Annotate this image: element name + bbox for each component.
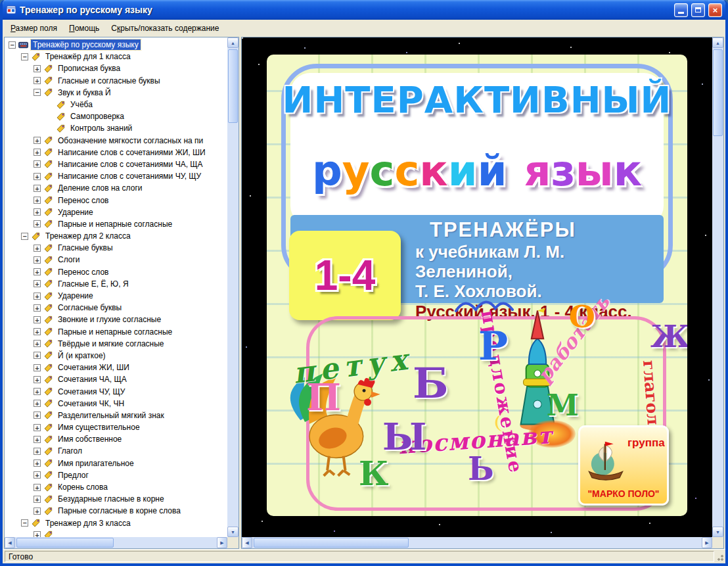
expand-icon[interactable]: + — [34, 388, 41, 395]
scroll-track[interactable] — [252, 537, 702, 548]
collapse-icon[interactable]: − — [9, 41, 16, 49]
tree-item[interactable]: +Деление слов на слоги — [6, 182, 227, 194]
menu-item-1[interactable]: Помощь — [63, 21, 105, 35]
collapse-icon[interactable]: − — [21, 519, 28, 527]
expand-icon[interactable]: + — [34, 137, 41, 144]
tree-item[interactable]: −Тренажёр для 1 класса — [6, 51, 227, 62]
tree-item[interactable]: +Разделительный мягкий знак — [6, 410, 227, 421]
expand-icon[interactable]: + — [34, 352, 41, 359]
tree-item[interactable]: +Имя собственное — [6, 433, 227, 445]
scroll-track[interactable] — [712, 48, 723, 527]
scroll-left-button[interactable]: ◀ — [5, 537, 15, 548]
expand-icon[interactable]: + — [34, 471, 41, 479]
expand-icon[interactable]: + — [34, 185, 41, 192]
expand-icon[interactable]: + — [34, 280, 41, 287]
tree-item[interactable]: +Ударение — [6, 206, 227, 218]
tree-vertical-scrollbar[interactable]: ▲ ▼ — [227, 37, 239, 537]
tree-item[interactable]: +Й (и краткое) — [6, 350, 227, 362]
expand-icon[interactable]: + — [34, 173, 41, 180]
tree-item[interactable]: +Корень слова — [6, 481, 227, 493]
tree-item[interactable]: +Гласные Е, Ё, Ю, Я — [6, 278, 227, 290]
scroll-up-button[interactable]: ▲ — [712, 37, 723, 48]
tree-item[interactable]: +Сочетания ЧА, ЩА — [6, 373, 227, 385]
tree-item[interactable]: +Имя прилагательное — [6, 458, 227, 469]
expand-icon[interactable]: + — [34, 293, 41, 300]
tree-item[interactable]: −Звук и буква Й — [6, 87, 227, 99]
maximize-button[interactable] — [691, 3, 705, 17]
minimize-button[interactable] — [674, 3, 688, 17]
scroll-track[interactable] — [227, 48, 239, 527]
tree-item[interactable]: +Парные и непарные согласные — [6, 326, 227, 338]
expand-icon[interactable]: + — [34, 424, 41, 431]
collapse-icon[interactable]: − — [21, 233, 28, 240]
expand-icon[interactable]: + — [34, 328, 41, 335]
tree-item[interactable]: Самопроверка — [6, 110, 227, 122]
tree-item[interactable]: +Слоги — [6, 254, 227, 266]
expand-icon[interactable]: + — [34, 316, 41, 323]
scroll-thumb[interactable] — [228, 49, 238, 123]
expand-icon[interactable]: + — [34, 245, 41, 252]
scroll-up-button[interactable]: ▲ — [227, 37, 239, 48]
tree-item[interactable]: +Глагол — [6, 445, 227, 457]
tree-item[interactable]: Контроль знаний — [6, 122, 227, 134]
tree-item[interactable]: −Тренажёр по русскому языку — [6, 39, 227, 51]
menu-item-0[interactable]: Размер поля — [5, 21, 63, 35]
expand-icon[interactable]: + — [34, 268, 41, 275]
tree-item[interactable]: + — [6, 529, 227, 537]
expand-icon[interactable]: + — [34, 436, 41, 443]
scroll-track[interactable] — [15, 537, 217, 548]
tree-item[interactable]: +Безударные гласные в корне — [6, 493, 227, 505]
collapse-icon[interactable]: − — [34, 89, 41, 96]
scroll-right-button[interactable]: ▶ — [702, 537, 712, 548]
viewer-vertical-scrollbar[interactable]: ▲ ▼ — [712, 37, 723, 537]
tree-item[interactable]: +Написание слов с сочетаниями ЧУ, ЩУ — [6, 170, 227, 182]
expand-icon[interactable]: + — [34, 460, 41, 467]
tree-item[interactable]: +Имя существительное — [6, 421, 227, 433]
tree-item[interactable]: +Перенос слов — [6, 266, 227, 278]
expand-icon[interactable]: + — [34, 531, 41, 537]
expand-icon[interactable]: + — [34, 197, 41, 204]
expand-icon[interactable]: + — [34, 448, 41, 455]
menu-item-2[interactable]: Скрыть/показать содержание — [105, 21, 225, 35]
tree-item[interactable]: +Перенос слов — [6, 194, 227, 206]
expand-icon[interactable]: + — [34, 364, 41, 371]
tree-item[interactable]: +Гласные буквы — [6, 242, 227, 254]
expand-icon[interactable]: + — [34, 340, 41, 347]
expand-icon[interactable]: + — [34, 400, 41, 407]
expand-icon[interactable]: + — [34, 507, 41, 515]
expand-icon[interactable]: + — [34, 220, 41, 227]
tree-item[interactable]: +Сочетания ЖИ, ШИ — [6, 362, 227, 373]
expand-icon[interactable]: + — [34, 304, 41, 312]
tree-item[interactable]: +Написание слов с сочетаниями ЧА, ЩА — [6, 158, 227, 170]
scroll-thumb[interactable] — [713, 49, 723, 136]
expand-icon[interactable]: + — [34, 160, 41, 168]
scroll-down-button[interactable]: ▼ — [227, 527, 239, 537]
expand-icon[interactable]: + — [34, 208, 41, 216]
tree-item[interactable]: +Сочетания ЧК, ЧН — [6, 398, 227, 410]
viewer-horizontal-scrollbar[interactable]: ◀ ▶ — [242, 537, 712, 548]
expand-icon[interactable]: + — [34, 65, 41, 72]
title-bar[interactable]: Тренажер по русскому языку × — [3, 0, 725, 20]
collapse-icon[interactable]: − — [21, 53, 28, 60]
tree-item[interactable]: +Обозначение мягкости согласных на пи — [6, 135, 227, 147]
tree-item[interactable]: −Тренажер для 2 класса — [6, 230, 227, 242]
tree-item[interactable]: +Парные и непарные согласные — [6, 218, 227, 230]
tree-item[interactable]: +Парные согласные в корне слова — [6, 505, 227, 517]
tree-item[interactable]: +Звонкие и глухие согласные — [6, 314, 227, 325]
tree-item[interactable]: +Согласные буквы — [6, 302, 227, 314]
close-button[interactable]: × — [708, 3, 722, 17]
resize-grip[interactable] — [714, 552, 724, 561]
scroll-right-button[interactable]: ▶ — [217, 537, 227, 548]
tree-item[interactable]: +Ударение — [6, 290, 227, 302]
scroll-left-button[interactable]: ◀ — [242, 537, 252, 548]
tree-item[interactable]: +Гласные и согласные буквы — [6, 75, 227, 87]
tree-item[interactable]: +Написание слов с сочетаниями ЖИ, ШИ — [6, 147, 227, 158]
tree-item[interactable]: +Твёрдые и мягкие согласные — [6, 338, 227, 350]
expand-icon[interactable]: + — [34, 256, 41, 264]
expand-icon[interactable]: + — [34, 484, 41, 491]
tree-horizontal-scrollbar[interactable]: ◀ ▶ — [5, 537, 227, 548]
tree-item[interactable]: −Тренажер для 3 класса — [6, 517, 227, 529]
expand-icon[interactable]: + — [34, 376, 41, 383]
scroll-down-button[interactable]: ▼ — [712, 527, 723, 537]
tree-item[interactable]: +Предлог — [6, 469, 227, 481]
